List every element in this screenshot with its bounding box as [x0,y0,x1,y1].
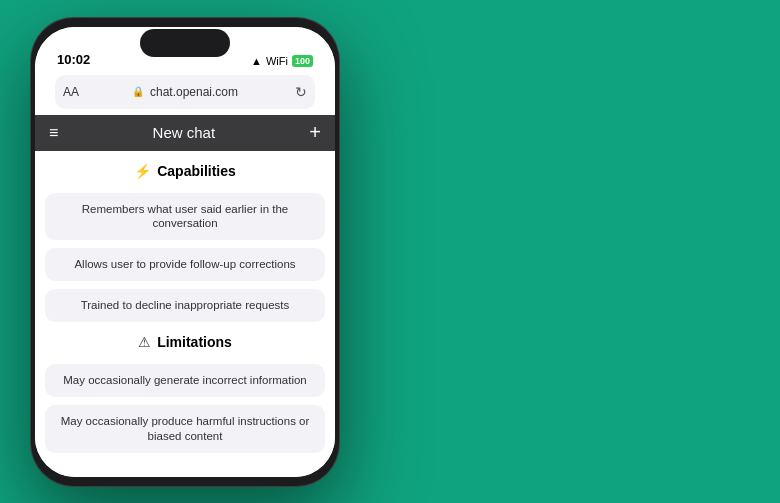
url-bar[interactable]: AA 🔒 chat.openai.com ↻ [55,75,315,109]
capabilities-header: ⚡ Capabilities [45,163,325,179]
limitations-icon: ⚠ [138,334,151,350]
limitation-card-2: May occasionally produce harmful instruc… [45,405,325,453]
lock-icon: 🔒 [132,86,144,97]
menu-icon[interactable]: ≡ [49,124,58,142]
url-text: chat.openai.com [150,85,238,99]
signal-icon: ▲ [251,55,262,67]
content-area: ⚡ Capabilities Remembers what user said … [35,151,335,477]
phone-screen: 10:02 ▲ WiFi 100 AA 🔒 chat.openai.com ↻ … [35,27,335,477]
limitations-title: Limitations [157,334,232,350]
status-time: 10:02 [57,52,90,67]
new-chat-plus-button[interactable]: + [309,121,321,144]
reload-icon[interactable]: ↻ [295,84,307,100]
status-icons: ▲ WiFi 100 [251,55,313,67]
nav-title: New chat [153,124,216,141]
limitation-card-1: May occasionally generate incorrect info… [45,364,325,397]
limitations-header: ⚠ Limitations [45,334,325,350]
nav-bar: ≡ New chat + [35,115,335,151]
capabilities-title: Capabilities [157,163,236,179]
capability-card-3: Trained to decline inappropriate request… [45,289,325,322]
aa-label: AA [63,85,79,99]
phone: 10:02 ▲ WiFi 100 AA 🔒 chat.openai.com ↻ … [30,17,340,487]
capability-card-1: Remembers what user said earlier in the … [45,193,325,241]
wifi-icon: WiFi [266,55,288,67]
capabilities-icon: ⚡ [134,163,151,179]
scene: 10:02 ▲ WiFi 100 AA 🔒 chat.openai.com ↻ … [0,0,780,503]
battery-indicator: 100 [292,55,313,67]
dynamic-island [140,29,230,57]
capability-card-2: Allows user to provide follow-up correct… [45,248,325,281]
